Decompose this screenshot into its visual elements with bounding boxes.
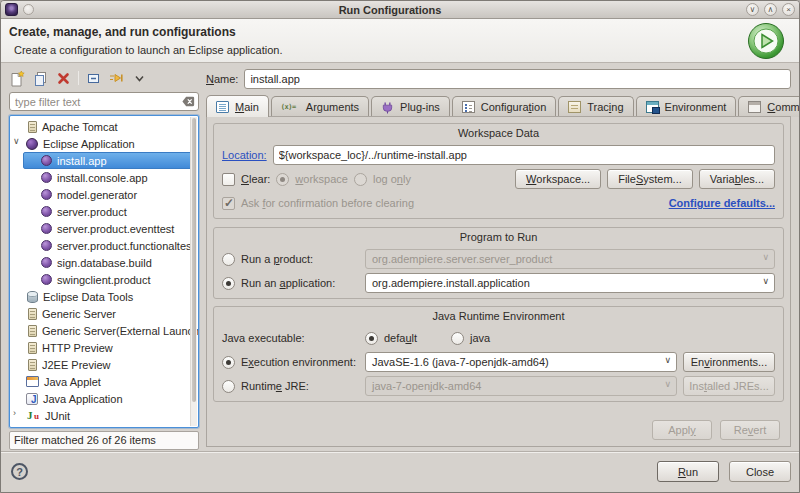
workspace-button[interactable]: Workspace... bbox=[515, 169, 601, 189]
tab-configuration[interactable]: Configuration bbox=[452, 96, 556, 117]
clear-log-only-radio[interactable] bbox=[354, 173, 367, 186]
tab-common[interactable]: Common bbox=[738, 96, 800, 117]
product-combo[interactable]: org.adempiere.server.server_product bbox=[365, 249, 775, 269]
location-input[interactable] bbox=[273, 145, 775, 165]
junit-plugin-icon bbox=[26, 426, 40, 428]
java-executable-label: Java executable: bbox=[222, 332, 359, 344]
tree-item-swingclient-product[interactable]: swingclient.product bbox=[10, 271, 198, 288]
dialog-header: Create, manage, and run configurations C… bbox=[1, 19, 799, 63]
application-combo[interactable]: org.adempiere.install.application bbox=[365, 273, 775, 293]
tree-item-sign-database-build[interactable]: sign.database.build bbox=[10, 254, 198, 271]
clear-log-only-label: log only bbox=[373, 173, 411, 185]
runtime-jre-value: java-7-openjdk-amd64 bbox=[372, 380, 481, 392]
filter-launch-configurations-icon[interactable] bbox=[108, 70, 125, 87]
apply-button[interactable]: Apply bbox=[652, 420, 712, 440]
configuration-tabs: Main Arguments Plug-ins Configuration Tr… bbox=[206, 95, 791, 117]
new-configuration-icon[interactable] bbox=[9, 70, 26, 87]
runtime-jre-combo[interactable]: java-7-openjdk-amd64 bbox=[365, 376, 677, 396]
eclipse-window-icon bbox=[5, 3, 18, 16]
configurations-tree: Apache Tomcat ∨Eclipse Application insta… bbox=[9, 115, 199, 428]
execution-environment-radio[interactable] bbox=[222, 356, 235, 369]
location-link[interactable]: Location: bbox=[222, 149, 267, 161]
name-input[interactable] bbox=[244, 69, 791, 89]
run-product-radio[interactable] bbox=[222, 253, 235, 266]
maximize-button[interactable]: ∧ bbox=[764, 3, 777, 16]
installed-jres-button[interactable]: Installed JREs... bbox=[683, 376, 775, 396]
tree-item-install-app[interactable]: install.app bbox=[10, 152, 198, 169]
eclipse-application-icon bbox=[41, 240, 52, 251]
tree-item-apache-tomcat[interactable]: Apache Tomcat bbox=[10, 118, 198, 135]
execution-environment-label: Execution environment: bbox=[241, 356, 359, 368]
tree-scrollbar[interactable] bbox=[190, 117, 197, 426]
tab-tracing[interactable]: Tracing bbox=[558, 96, 633, 117]
tree-item-model-generator[interactable]: model.generator bbox=[10, 186, 198, 203]
tree-scrollbar-thumb[interactable] bbox=[192, 118, 196, 402]
default-executable-radio[interactable] bbox=[365, 332, 378, 345]
page-subtitle: Create a configuration to launch an Ecli… bbox=[14, 44, 282, 56]
clear-filter-icon[interactable] bbox=[181, 94, 196, 111]
plugin-tab-icon bbox=[381, 101, 394, 113]
clear-workspace-radio[interactable] bbox=[276, 173, 289, 186]
run-application-radio[interactable] bbox=[222, 277, 235, 290]
workspace-data-group: Workspace Data Location: Clear: workspac… bbox=[213, 123, 784, 219]
page-title: Create, manage, and run configurations bbox=[9, 25, 236, 39]
tree-item-generic-server[interactable]: Generic Server bbox=[10, 305, 198, 322]
tree-item-j2ee-preview[interactable]: J2EE Preview bbox=[10, 356, 198, 373]
tree-item-java-applet[interactable]: Java Applet bbox=[10, 373, 198, 390]
tree-item-install-console-app[interactable]: install.console.app bbox=[10, 169, 198, 186]
tree-item-server-product[interactable]: server.product bbox=[10, 203, 198, 220]
program-to-run-title: Program to Run bbox=[214, 228, 783, 245]
titlebar[interactable]: Run Configurations ∨ ∧ × bbox=[1, 1, 799, 19]
java-executable-radio[interactable] bbox=[451, 332, 464, 345]
collapse-all-icon[interactable] bbox=[85, 70, 102, 87]
tree-item-junit[interactable]: ›JUnit bbox=[10, 407, 198, 424]
eclipse-application-icon bbox=[41, 223, 52, 234]
duplicate-configuration-icon[interactable] bbox=[32, 70, 49, 87]
environments-button[interactable]: Environments... bbox=[683, 352, 775, 372]
tab-main[interactable]: Main bbox=[206, 95, 269, 117]
eclipse-application-icon bbox=[26, 138, 38, 150]
tree-item-server-product-functionaltest[interactable]: server.product.functionaltest bbox=[10, 237, 198, 254]
product-combo-value: org.adempiere.server.server_product bbox=[372, 253, 552, 265]
eclipse-application-icon bbox=[41, 206, 52, 217]
tab-environment[interactable]: Environment bbox=[636, 96, 737, 117]
apply-revert-row: Apply Revert bbox=[652, 420, 780, 440]
ask-confirmation-label: Ask for confirmation before clearing bbox=[241, 197, 414, 209]
tab-plugins[interactable]: Plug-ins bbox=[371, 96, 450, 117]
tree-item-eclipse-data-tools[interactable]: Eclipse Data Tools bbox=[10, 288, 198, 305]
execution-environment-combo[interactable]: JavaSE-1.6 (java-7-openjdk-amd64) bbox=[365, 352, 677, 372]
revert-button[interactable]: Revert bbox=[720, 420, 780, 440]
close-button[interactable]: Close bbox=[729, 461, 791, 482]
dialog-footer: ? Run Close bbox=[1, 451, 799, 492]
tab-arguments[interactable]: Arguments bbox=[271, 96, 369, 117]
tracing-tab-icon bbox=[568, 101, 581, 113]
configure-defaults-link[interactable]: Configure defaults... bbox=[669, 197, 775, 209]
tree-item-java-application[interactable]: Java Application bbox=[10, 390, 198, 407]
tree-item-server-product-eventtest[interactable]: server.product.eventtest bbox=[10, 220, 198, 237]
expander-right-icon[interactable]: › bbox=[13, 408, 23, 418]
file-system-button[interactable]: File System... bbox=[607, 169, 693, 189]
help-button[interactable]: ? bbox=[11, 463, 28, 480]
delete-configuration-icon[interactable] bbox=[55, 70, 72, 87]
clear-checkbox[interactable] bbox=[222, 173, 235, 186]
runtime-jre-radio[interactable] bbox=[222, 380, 235, 393]
tree-item-generic-server-external[interactable]: Generic Server(External Launch) bbox=[10, 322, 198, 339]
ask-confirmation-checkbox[interactable] bbox=[222, 197, 235, 210]
minimize-button[interactable]: ∨ bbox=[746, 3, 759, 16]
run-configuration-icon bbox=[747, 22, 785, 60]
shade-button[interactable] bbox=[23, 4, 34, 15]
run-button[interactable]: Run bbox=[657, 461, 719, 482]
toolbar-menu-chevron-icon[interactable] bbox=[131, 70, 148, 87]
main-tab-icon bbox=[216, 101, 229, 113]
close-icon[interactable]: × bbox=[782, 3, 795, 16]
tree-item-junit-plugin-test[interactable]: JUnit Plug-in Test bbox=[10, 424, 198, 428]
server-icon bbox=[28, 325, 37, 337]
toolbar-separator bbox=[78, 71, 79, 85]
default-executable-label: default bbox=[384, 332, 417, 344]
tree-item-http-preview[interactable]: HTTP Preview bbox=[10, 339, 198, 356]
tree-item-eclipse-application[interactable]: ∨Eclipse Application bbox=[10, 135, 198, 152]
application-combo-value: org.adempiere.install.application bbox=[372, 277, 530, 289]
filter-input[interactable] bbox=[9, 92, 199, 111]
expander-down-icon[interactable]: ∨ bbox=[13, 136, 23, 146]
variables-button[interactable]: Variables... bbox=[699, 169, 775, 189]
